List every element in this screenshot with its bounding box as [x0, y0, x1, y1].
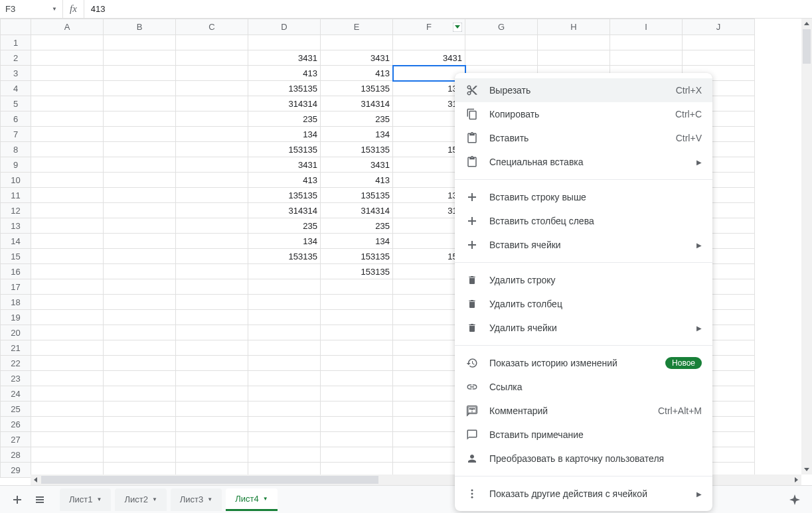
- cell-C27[interactable]: [176, 432, 248, 447]
- cell-E28[interactable]: [321, 447, 393, 463]
- row-header-18[interactable]: 18: [1, 295, 31, 310]
- row-header-24[interactable]: 24: [1, 386, 31, 402]
- formula-input[interactable]: 413: [84, 0, 812, 18]
- cell-E20[interactable]: [321, 325, 393, 340]
- cell-B8[interactable]: [104, 142, 176, 157]
- menu-convert-card[interactable]: Преобразовать в карточку пользователя: [455, 447, 712, 471]
- row-header-6[interactable]: 6: [1, 111, 31, 127]
- row-header-13[interactable]: 13: [1, 218, 31, 234]
- cell-C7[interactable]: [176, 127, 248, 142]
- sheet-tab-1[interactable]: Лист1▼: [60, 488, 111, 511]
- cell-E16[interactable]: 153135: [321, 264, 393, 279]
- column-header-C[interactable]: C: [176, 19, 248, 35]
- cell-D26[interactable]: [248, 417, 321, 432]
- cell-A3[interactable]: [31, 66, 104, 81]
- row-header-9[interactable]: 9: [1, 157, 31, 173]
- menu-paste-special[interactable]: Специальная вставка ▶: [455, 150, 712, 174]
- cell-A13[interactable]: [31, 218, 104, 234]
- menu-insert-row-above[interactable]: Вставить строку выше: [455, 185, 712, 209]
- row-header-28[interactable]: 28: [1, 447, 31, 463]
- cell-C26[interactable]: [176, 417, 248, 432]
- cell-E15[interactable]: 153135: [321, 249, 393, 264]
- cell-D28[interactable]: [248, 447, 321, 463]
- row-header-8[interactable]: 8: [1, 142, 31, 157]
- cell-E4[interactable]: 135135: [321, 81, 393, 96]
- cell-G2[interactable]: [465, 50, 538, 66]
- chevron-down-icon[interactable]: ▼: [152, 496, 157, 502]
- menu-delete-cells[interactable]: Удалить ячейки ▶: [455, 316, 712, 340]
- menu-cut[interactable]: Вырезать Ctrl+X: [455, 78, 712, 102]
- scroll-up-icon[interactable]: [801, 19, 812, 29]
- menu-copy[interactable]: Копировать Ctrl+C: [455, 102, 712, 126]
- chevron-down-icon[interactable]: ▼: [207, 496, 212, 502]
- cell-B4[interactable]: [104, 81, 176, 96]
- cell-B1[interactable]: [104, 35, 176, 50]
- cell-B3[interactable]: [104, 66, 176, 81]
- cell-D19[interactable]: [248, 310, 321, 325]
- cell-E19[interactable]: [321, 310, 393, 325]
- cell-C12[interactable]: [176, 203, 248, 218]
- cell-E21[interactable]: [321, 340, 393, 356]
- cell-E17[interactable]: [321, 279, 393, 295]
- cell-E23[interactable]: [321, 371, 393, 386]
- cell-C28[interactable]: [176, 447, 248, 463]
- cell-G1[interactable]: [465, 35, 538, 50]
- cell-A23[interactable]: [31, 371, 104, 386]
- cell-D15[interactable]: 153135: [248, 249, 321, 264]
- cell-C13[interactable]: [176, 218, 248, 234]
- cell-D12[interactable]: 314314: [248, 203, 321, 218]
- menu-delete-col[interactable]: Удалить столбец: [455, 292, 712, 316]
- cell-A14[interactable]: [31, 234, 104, 249]
- row-header-4[interactable]: 4: [1, 81, 31, 96]
- column-header-E[interactable]: E: [321, 19, 393, 35]
- scroll-right-icon[interactable]: [791, 475, 801, 485]
- cell-B5[interactable]: [104, 96, 176, 111]
- row-header-29[interactable]: 29: [1, 463, 31, 478]
- cell-E10[interactable]: 413: [321, 173, 393, 188]
- cell-D6[interactable]: 235: [248, 111, 321, 127]
- cell-H2[interactable]: [538, 50, 610, 66]
- h-scroll-thumb[interactable]: [41, 476, 378, 484]
- cell-B23[interactable]: [104, 371, 176, 386]
- cell-A16[interactable]: [31, 264, 104, 279]
- row-header-14[interactable]: 14: [1, 234, 31, 249]
- row-header-10[interactable]: 10: [1, 173, 31, 188]
- all-sheets-button[interactable]: [31, 490, 49, 509]
- cell-J2[interactable]: [683, 50, 755, 66]
- cell-A22[interactable]: [31, 356, 104, 371]
- cell-D20[interactable]: [248, 325, 321, 340]
- menu-paste[interactable]: Вставить Ctrl+V: [455, 126, 712, 150]
- cell-A7[interactable]: [31, 127, 104, 142]
- column-header-I[interactable]: I: [610, 19, 683, 35]
- cell-A18[interactable]: [31, 295, 104, 310]
- cell-A11[interactable]: [31, 188, 104, 203]
- cell-F1[interactable]: [393, 35, 465, 50]
- filter-icon[interactable]: [453, 23, 462, 32]
- cell-E22[interactable]: [321, 356, 393, 371]
- cell-C23[interactable]: [176, 371, 248, 386]
- select-all-corner[interactable]: [1, 19, 31, 35]
- cell-A5[interactable]: [31, 96, 104, 111]
- cell-reference-box[interactable]: F3 ▼: [0, 0, 63, 18]
- cell-B21[interactable]: [104, 340, 176, 356]
- row-header-3[interactable]: 3: [1, 66, 31, 81]
- column-header-G[interactable]: G: [465, 19, 538, 35]
- cell-D9[interactable]: 3431: [248, 157, 321, 173]
- cell-D17[interactable]: [248, 279, 321, 295]
- row-header-15[interactable]: 15: [1, 249, 31, 264]
- scroll-left-icon[interactable]: [31, 475, 41, 485]
- cell-E12[interactable]: 314314: [321, 203, 393, 218]
- cell-C5[interactable]: [176, 96, 248, 111]
- menu-delete-row[interactable]: Удалить строку: [455, 268, 712, 292]
- cell-B27[interactable]: [104, 432, 176, 447]
- cell-B26[interactable]: [104, 417, 176, 432]
- cell-D3[interactable]: 413: [248, 66, 321, 81]
- cell-I1[interactable]: [610, 35, 683, 50]
- cell-E5[interactable]: 314314: [321, 96, 393, 111]
- row-header-1[interactable]: 1: [1, 35, 31, 50]
- cell-B13[interactable]: [104, 218, 176, 234]
- row-header-11[interactable]: 11: [1, 188, 31, 203]
- cell-A10[interactable]: [31, 173, 104, 188]
- menu-insert-cells[interactable]: Вставить ячейки ▶: [455, 233, 712, 257]
- cell-C6[interactable]: [176, 111, 248, 127]
